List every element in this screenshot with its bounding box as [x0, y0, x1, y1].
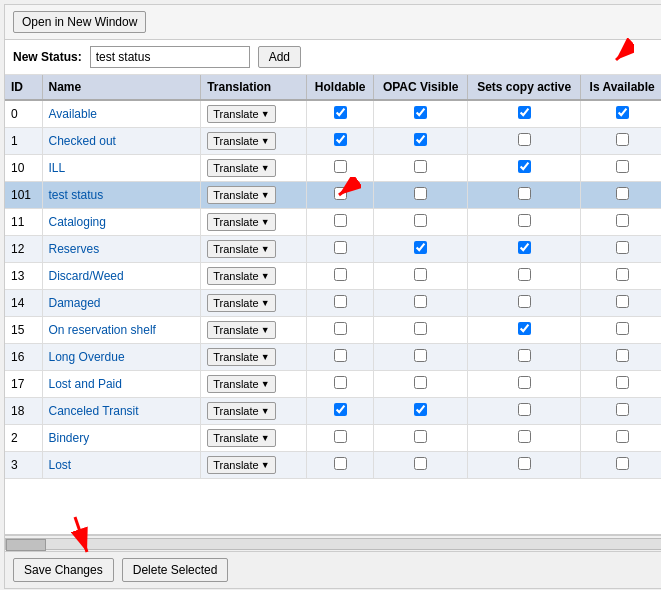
opac-checkbox[interactable] [414, 295, 427, 308]
translate-button[interactable]: Translate ▼ [207, 429, 275, 447]
isavail-checkbox[interactable] [616, 241, 629, 254]
cell-name[interactable]: Bindery [42, 425, 201, 452]
opac-checkbox[interactable] [414, 160, 427, 173]
cell-name[interactable]: Reserves [42, 236, 201, 263]
isavail-checkbox[interactable] [616, 457, 629, 470]
setscopy-checkbox[interactable] [518, 295, 531, 308]
cell-name[interactable]: Cataloging [42, 209, 201, 236]
name-link[interactable]: Lost [49, 458, 72, 472]
setscopy-checkbox[interactable] [518, 214, 531, 227]
name-link[interactable]: Damaged [49, 296, 101, 310]
translate-button[interactable]: Translate ▼ [207, 186, 275, 204]
holdable-checkbox[interactable] [334, 376, 347, 389]
holdable-checkbox[interactable] [334, 403, 347, 416]
holdable-checkbox[interactable] [334, 160, 347, 173]
translate-button[interactable]: Translate ▼ [207, 294, 275, 312]
setscopy-checkbox[interactable] [518, 133, 531, 146]
name-link[interactable]: ILL [49, 161, 66, 175]
isavail-checkbox[interactable] [616, 187, 629, 200]
translate-button[interactable]: Translate ▼ [207, 105, 275, 123]
holdable-checkbox[interactable] [334, 430, 347, 443]
holdable-checkbox[interactable] [334, 214, 347, 227]
cell-name[interactable]: Canceled Transit [42, 398, 201, 425]
opac-checkbox[interactable] [414, 268, 427, 281]
setscopy-checkbox[interactable] [518, 241, 531, 254]
translate-button[interactable]: Translate ▼ [207, 456, 275, 474]
opac-checkbox[interactable] [414, 187, 427, 200]
isavail-checkbox[interactable] [616, 403, 629, 416]
translate-button[interactable]: Translate ▼ [207, 402, 275, 420]
holdable-checkbox[interactable] [334, 133, 347, 146]
name-link[interactable]: Reserves [49, 242, 100, 256]
setscopy-checkbox[interactable] [518, 403, 531, 416]
cell-name[interactable]: Damaged [42, 290, 201, 317]
opac-checkbox[interactable] [414, 430, 427, 443]
cell-name[interactable]: Discard/Weed [42, 263, 201, 290]
opac-checkbox[interactable] [414, 349, 427, 362]
cell-name[interactable]: Long Overdue [42, 344, 201, 371]
translate-button[interactable]: Translate ▼ [207, 348, 275, 366]
setscopy-checkbox[interactable] [518, 160, 531, 173]
setscopy-checkbox[interactable] [518, 349, 531, 362]
name-link[interactable]: Bindery [49, 431, 90, 445]
opac-checkbox[interactable] [414, 322, 427, 335]
isavail-checkbox[interactable] [616, 268, 629, 281]
holdable-checkbox[interactable] [334, 349, 347, 362]
cell-name[interactable]: Lost and Paid [42, 371, 201, 398]
name-link[interactable]: On reservation shelf [49, 323, 156, 337]
name-link[interactable]: test status [49, 188, 104, 202]
translate-button[interactable]: Translate ▼ [207, 321, 275, 339]
setscopy-checkbox[interactable] [518, 106, 531, 119]
opac-checkbox[interactable] [414, 457, 427, 470]
holdable-checkbox[interactable] [334, 241, 347, 254]
holdable-checkbox[interactable] [334, 295, 347, 308]
holdable-checkbox[interactable] [334, 457, 347, 470]
opac-checkbox[interactable] [414, 376, 427, 389]
translate-button[interactable]: Translate ▼ [207, 267, 275, 285]
add-button[interactable]: Add [258, 46, 301, 68]
isavail-checkbox[interactable] [616, 214, 629, 227]
holdable-checkbox[interactable] [334, 106, 347, 119]
cell-name[interactable]: Available [42, 100, 201, 128]
setscopy-checkbox[interactable] [518, 322, 531, 335]
name-link[interactable]: Discard/Weed [49, 269, 124, 283]
setscopy-checkbox[interactable] [518, 187, 531, 200]
new-status-input[interactable] [90, 46, 250, 68]
translate-button[interactable]: Translate ▼ [207, 375, 275, 393]
isavail-checkbox[interactable] [616, 322, 629, 335]
cell-name[interactable]: Lost [42, 452, 201, 479]
holdable-checkbox[interactable] [334, 268, 347, 281]
isavail-checkbox[interactable] [616, 295, 629, 308]
setscopy-checkbox[interactable] [518, 268, 531, 281]
isavail-checkbox[interactable] [616, 349, 629, 362]
opac-checkbox[interactable] [414, 403, 427, 416]
opac-checkbox[interactable] [414, 133, 427, 146]
name-link[interactable]: Available [49, 107, 97, 121]
opac-checkbox[interactable] [414, 241, 427, 254]
setscopy-checkbox[interactable] [518, 457, 531, 470]
translate-button[interactable]: Translate ▼ [207, 213, 275, 231]
name-link[interactable]: Long Overdue [49, 350, 125, 364]
name-link[interactable]: Canceled Transit [49, 404, 139, 418]
isavail-checkbox[interactable] [616, 160, 629, 173]
open-window-button[interactable]: Open in New Window [13, 11, 146, 33]
name-link[interactable]: Cataloging [49, 215, 106, 229]
setscopy-checkbox[interactable] [518, 430, 531, 443]
name-link[interactable]: Lost and Paid [49, 377, 122, 391]
setscopy-checkbox[interactable] [518, 376, 531, 389]
holdable-checkbox[interactable] [334, 187, 347, 200]
opac-checkbox[interactable] [414, 106, 427, 119]
isavail-checkbox[interactable] [616, 106, 629, 119]
translate-button[interactable]: Translate ▼ [207, 240, 275, 258]
name-link[interactable]: Checked out [49, 134, 116, 148]
isavail-checkbox[interactable] [616, 376, 629, 389]
cell-name[interactable]: Checked out [42, 128, 201, 155]
cell-name[interactable]: On reservation shelf [42, 317, 201, 344]
opac-checkbox[interactable] [414, 214, 427, 227]
cell-name[interactable]: ILL [42, 155, 201, 182]
holdable-checkbox[interactable] [334, 322, 347, 335]
cell-name[interactable]: test status [42, 182, 201, 209]
translate-button[interactable]: Translate ▼ [207, 159, 275, 177]
translate-button[interactable]: Translate ▼ [207, 132, 275, 150]
isavail-checkbox[interactable] [616, 430, 629, 443]
